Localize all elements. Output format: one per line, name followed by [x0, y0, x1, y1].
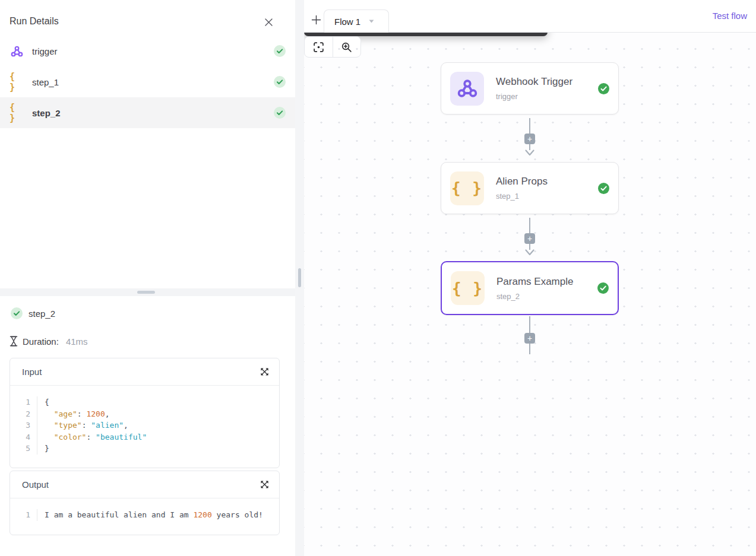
braces-icon: { }	[451, 271, 485, 305]
flow-tab-bar: Flow 1 Test flow	[304, 0, 756, 33]
node-text: Params Example step_2	[496, 276, 586, 301]
braces-icon: { }	[450, 171, 484, 205]
webhook-icon	[450, 72, 484, 106]
add-step-plus-icon[interactable]: +	[524, 333, 535, 344]
duration-label: Duration:	[23, 336, 59, 347]
panel-resize-handle[interactable]	[137, 291, 155, 294]
output-card-header: Output	[10, 471, 279, 498]
close-icon[interactable]	[261, 15, 276, 29]
flow-node-alien-props[interactable]: { } Alien Props step_1	[441, 162, 619, 214]
braces-icon: { }	[10, 102, 24, 123]
add-step-plus-icon[interactable]: +	[524, 134, 535, 144]
output-title: Output	[22, 479, 258, 490]
run-step-trigger[interactable]: trigger	[0, 36, 295, 66]
flow-tab-label: Flow 1	[334, 17, 360, 27]
arrow-down-icon	[525, 249, 534, 256]
app-window: Run Details trigger { } step_1	[0, 0, 756, 556]
panel-title: Run Details	[10, 16, 59, 27]
braces-icon: { }	[10, 71, 24, 93]
node-title: Webhook Trigger	[496, 76, 586, 88]
run-step-step-1[interactable]: { } step_1	[0, 66, 295, 97]
success-check-icon	[274, 107, 286, 119]
add-flow-plus-icon[interactable]	[308, 11, 324, 28]
input-card: Input 1{2 "age": 1200,3 "type": "alien",…	[10, 358, 280, 468]
step-label: step_1	[32, 77, 274, 87]
input-code[interactable]: 1{2 "age": 1200,3 "type": "alien",4 "col…	[10, 386, 279, 460]
expand-icon[interactable]	[258, 478, 271, 491]
arrow-down-icon	[525, 150, 534, 156]
success-check-icon	[597, 282, 609, 294]
resizer-handle[interactable]	[298, 268, 301, 287]
success-check-icon	[274, 76, 286, 88]
expand-icon[interactable]	[258, 366, 271, 379]
add-step-plus-icon[interactable]: +	[524, 233, 535, 244]
flow-node-webhook-trigger[interactable]: Webhook Trigger trigger	[441, 62, 619, 115]
selected-step-name: step_2	[29, 309, 55, 319]
success-check-icon	[11, 307, 23, 319]
success-check-icon	[598, 83, 609, 94]
selected-step-heading: step_2	[11, 307, 55, 319]
hourglass-icon	[10, 336, 18, 347]
webhook-icon	[10, 45, 24, 58]
node-text: Webhook Trigger trigger	[496, 76, 586, 101]
flow-canvas[interactable]: Flow 1 Test flow Webhook Trigger trigger	[304, 0, 756, 556]
duration-row: Duration: 41ms	[10, 336, 88, 347]
success-check-icon	[598, 183, 609, 194]
node-title: Alien Props	[496, 176, 586, 188]
step-label: trigger	[32, 46, 274, 56]
duration-value: 41ms	[66, 336, 88, 347]
output-code[interactable]: 1I am a beautiful alien and I am 1200 ye…	[10, 498, 279, 527]
node-subtitle: step_1	[496, 192, 586, 201]
run-step-step-2[interactable]: { } step_2	[0, 97, 295, 128]
node-title: Params Example	[496, 276, 586, 288]
tab-flow-1[interactable]: Flow 1	[324, 9, 389, 33]
test-flow-button[interactable]: Test flow	[713, 11, 747, 21]
success-check-icon	[274, 45, 286, 57]
input-card-header: Input	[10, 358, 279, 386]
run-details-panel: Run Details trigger { } step_1	[0, 0, 295, 556]
node-text: Alien Props step_1	[496, 176, 586, 201]
chevron-down-icon[interactable]	[369, 20, 374, 23]
input-title: Input	[22, 367, 258, 377]
output-card: Output 1I am a beautiful alien and I am …	[10, 471, 280, 535]
step-label: step_2	[32, 108, 274, 118]
node-subtitle: trigger	[496, 92, 586, 101]
flow-node-params-example[interactable]: { } Params Example step_2	[441, 261, 619, 315]
run-details-header: Run Details	[0, 0, 295, 34]
node-subtitle: step_2	[496, 292, 586, 301]
